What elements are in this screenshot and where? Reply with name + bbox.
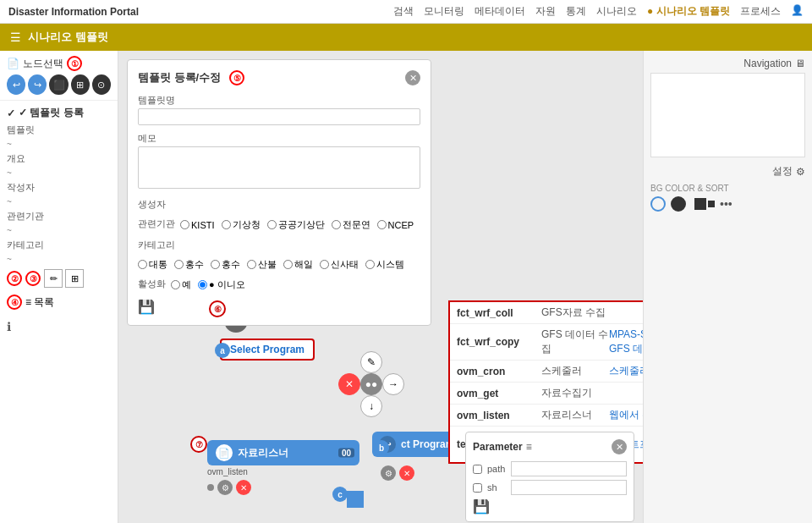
cat-system[interactable]: 시스템	[365, 258, 404, 271]
node-btn-2[interactable]: ↪	[28, 74, 47, 95]
active-no[interactable]: ● 이니오	[198, 278, 245, 291]
gear-icon[interactable]: ⚙	[796, 166, 805, 178]
node-btn-1[interactable]: ↩	[7, 74, 25, 95]
form-name-input[interactable]	[138, 108, 420, 125]
nav-item-monitor[interactable]: 모니터링	[424, 4, 464, 19]
nav-item-process[interactable]: 프로세스	[740, 4, 781, 19]
org-expert[interactable]: 전문연	[332, 218, 370, 231]
nav-item-metadata[interactable]: 메타데이터	[475, 4, 525, 19]
edit-icon-btn[interactable]: ✏	[44, 269, 63, 288]
prog-type-5: 자료리스너	[541, 408, 609, 422]
sidebar-item-overview[interactable]: 개요	[0, 151, 118, 167]
form-memo-input[interactable]	[138, 146, 420, 189]
color-sq-2[interactable]	[708, 201, 715, 207]
prog-row-4: ovm_get 자료수집기	[450, 383, 643, 405]
form-active-label: 활성화	[138, 278, 166, 290]
org-kisti[interactable]: KISTI	[180, 220, 215, 230]
ctx-bottom-btn[interactable]: ↓	[360, 395, 382, 417]
nav-item-scenario[interactable]: 시나리오	[596, 4, 637, 19]
org-kma[interactable]: 기상청	[222, 218, 261, 231]
org-ncep[interactable]: NCEP	[377, 220, 414, 230]
node7-delete-btn[interactable]: ✕	[236, 480, 251, 495]
param-path-input[interactable]	[511, 461, 627, 476]
node7-block[interactable]: 📄 자료리스너 00	[207, 440, 359, 465]
ctx-top-btn[interactable]: ✎	[360, 351, 382, 373]
param-save-icon[interactable]: 💾	[473, 498, 627, 515]
param-sh-input[interactable]	[511, 480, 627, 495]
node-b-settings[interactable]: ⚙	[381, 465, 396, 481]
node-b-delete[interactable]: ✕	[399, 465, 414, 481]
prog-row-2[interactable]: fct_wrf_copy GFS 데이터 수집 MPAS-SURR 모델 수행을…	[450, 324, 643, 361]
cat-flood[interactable]: 홍수	[174, 258, 204, 271]
form-org-label: 관련기관	[138, 217, 175, 230]
org-public[interactable]: 공공기상단	[267, 218, 325, 231]
color-sq-1[interactable]	[694, 198, 706, 210]
table-icon-btn[interactable]: ⊞	[65, 269, 84, 288]
settings-row: 설정 ⚙	[650, 164, 805, 179]
select-program-block: Select Program	[220, 339, 315, 361]
form-row-org: 관련기관 KISTI 기상청 공공기상단 전문연 NCEP	[138, 217, 420, 232]
template-form-close[interactable]: ✕	[405, 70, 420, 85]
param-sh-label: sh	[487, 482, 506, 493]
prog-row-5[interactable]: ovm_listen 자료리스너 웹에서 수동수행명령 수신자	[450, 405, 643, 427]
form-name-label: 템플릿명	[138, 94, 420, 107]
node7-settings-btn[interactable]: ⚙	[217, 480, 233, 495]
select-program-btn[interactable]: Select Program	[220, 339, 315, 361]
nav-item-stats[interactable]: 통계	[566, 4, 586, 19]
prog-type-2: GFS 데이터 수집	[541, 328, 609, 356]
node7-icon: 📄	[216, 444, 233, 461]
node7-dot	[207, 484, 214, 491]
color-dark[interactable]	[671, 196, 686, 212]
nav-list-item[interactable]: ≡ 목록	[25, 295, 54, 310]
prog-desc-3[interactable]: 스케줄러 프로세스	[609, 364, 643, 378]
user-icon[interactable]: 👤	[791, 4, 804, 19]
nav-item-search[interactable]: 검색	[393, 4, 414, 19]
cat-landslide[interactable]: 신사태	[320, 258, 359, 271]
cat-taepung[interactable]: 대통	[138, 258, 167, 271]
cat-fire[interactable]: 산불	[247, 258, 277, 271]
param-sh-check[interactable]	[473, 483, 482, 493]
node-btn-4[interactable]: ⊞	[71, 74, 90, 95]
prog-name-1: fct_wrf_coll	[457, 307, 541, 319]
ctx-right-btn[interactable]: →	[382, 373, 404, 395]
template-list-title: ✓ ✓ 템플릿 등록	[0, 101, 118, 122]
cat-tsunami[interactable]: 해일	[283, 258, 313, 271]
sidebar-item-tilde1: ~	[0, 138, 118, 151]
prog-name-2: fct_wrf_copy	[457, 336, 541, 348]
check-icon: ✓	[7, 107, 15, 119]
sidebar-item-org[interactable]: 관련기관	[0, 208, 118, 224]
prog-desc-5[interactable]: 웹에서 수동수행명령 수신자	[609, 408, 643, 422]
node-b-label: ct Program	[401, 438, 454, 450]
ctx-center-btn[interactable]: ●●	[360, 373, 382, 395]
param-sh-row: sh	[473, 480, 627, 495]
form-save-icon[interactable]: 💾	[138, 299, 420, 315]
badge-3: ③	[25, 271, 41, 286]
node-btn-3[interactable]: ⬛	[49, 74, 68, 95]
prog-desc-2[interactable]: MPAS-SURR 모델 수행을 위한 GFS 데이터 수집 프로세스	[609, 328, 643, 356]
more-icon[interactable]: •••	[720, 197, 732, 211]
param-close[interactable]: ✕	[612, 439, 627, 454]
nav-item-resource[interactable]: 자원	[535, 4, 556, 19]
sidebar-item-template[interactable]: 템플릿	[0, 122, 118, 138]
sidebar-item-category[interactable]: 카테고리	[0, 237, 118, 253]
node7-sublabel: ovm_listen	[207, 467, 359, 476]
context-menu: ✕ ●● ✎ → ↓	[338, 351, 406, 419]
cat-overflow[interactable]: 홍수	[211, 258, 240, 271]
node-b-controls: ⚙ ✕	[381, 465, 414, 481]
sidebar-node-section: 📄 노드선택 ① ↩ ↪ ⬛ ⊞ ⊙	[0, 51, 118, 101]
ctx-x-btn[interactable]: ✕	[338, 373, 360, 395]
prog-row-3[interactable]: ovm_cron 스케줄러 스케줄러 프로세스	[450, 361, 643, 383]
param-path-check[interactable]	[473, 465, 482, 474]
node-btn-5[interactable]: ⊙	[92, 74, 111, 95]
sidebar-item-author[interactable]: 작성자	[0, 179, 118, 195]
nav-item-template[interactable]: ● 시나리오 템플릿	[647, 4, 730, 19]
node-c-block[interactable]	[347, 491, 364, 508]
nav-menu: 검색 모니터링 메타데이터 자원 통계 시나리오 ● 시나리오 템플릿 프로세스…	[393, 4, 804, 19]
param-header: Parameter ≡ ✕	[473, 439, 627, 454]
color-empty[interactable]	[650, 196, 666, 212]
badge-c: c	[332, 487, 348, 502]
node7-label: 자료리스너	[238, 446, 288, 460]
active-yes[interactable]: 예	[171, 278, 191, 291]
prog-name-3: ovm_cron	[457, 366, 541, 377]
prog-name-4: ovm_get	[457, 388, 541, 399]
